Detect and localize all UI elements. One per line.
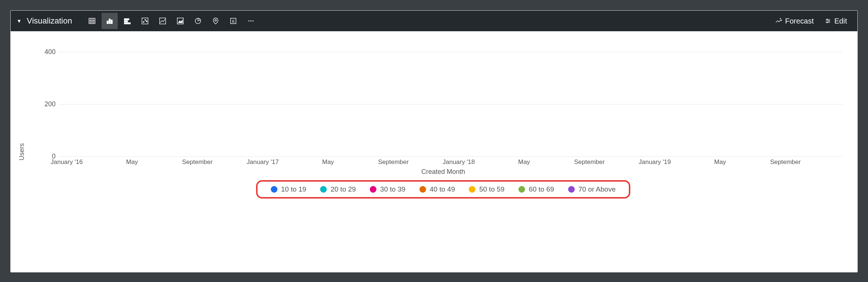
y-tick-label: 200 (39, 100, 56, 108)
x-axis: January '16MaySeptemberJanuary '17MaySep… (59, 156, 843, 167)
edit-label: Edit (835, 17, 847, 25)
x-tick-label: January '18 (443, 158, 475, 166)
edit-button[interactable]: Edit (820, 13, 851, 29)
legend-item[interactable]: 70 or Above (568, 185, 616, 193)
x-tick-label: September (378, 158, 409, 166)
bar-chart-icon[interactable] (119, 13, 135, 29)
legend-item[interactable]: 50 to 59 (469, 185, 504, 193)
legend-label: 60 to 69 (529, 185, 554, 193)
line-chart-icon[interactable] (155, 13, 171, 29)
chart-legend: 10 to 1920 to 2930 to 3940 to 4950 to 59… (256, 180, 630, 199)
legend-label: 70 or Above (578, 185, 616, 193)
legend-swatch (469, 186, 475, 193)
visualization-panel: ▼ Visualization (10, 10, 858, 272)
svg-text:6: 6 (232, 19, 234, 24)
svg-rect-8 (124, 19, 129, 20)
svg-point-18 (215, 19, 217, 21)
legend-swatch (370, 186, 376, 193)
svg-point-22 (251, 21, 252, 22)
legend-swatch (518, 186, 525, 193)
svg-rect-7 (111, 20, 113, 24)
svg-rect-10 (124, 23, 131, 24)
collapse-toggle-icon[interactable]: ▼ (17, 18, 22, 24)
x-tick-label: January '16 (51, 158, 83, 166)
map-chart-icon[interactable] (208, 13, 224, 29)
svg-point-25 (781, 20, 782, 21)
svg-point-13 (145, 19, 146, 21)
legend-label: 30 to 39 (380, 185, 405, 193)
svg-rect-31 (826, 22, 828, 23)
single-value-chart-icon[interactable]: 6 (225, 13, 241, 29)
legend-swatch (320, 186, 327, 193)
pie-chart-icon[interactable] (190, 13, 206, 29)
forecast-label: Forecast (785, 17, 814, 25)
y-axis-label: Users (18, 143, 26, 160)
x-tick-label: September (182, 158, 213, 166)
more-chart-types-icon[interactable] (243, 13, 259, 29)
svg-rect-30 (828, 20, 829, 21)
legend-item[interactable]: 40 to 49 (419, 185, 455, 193)
x-axis-label: Created Month (44, 168, 843, 176)
column-chart-icon[interactable] (102, 13, 118, 29)
x-tick-label: January '17 (247, 158, 279, 166)
svg-rect-6 (109, 19, 110, 24)
svg-rect-5 (107, 21, 109, 24)
legend-item[interactable]: 30 to 39 (370, 185, 405, 193)
legend-item[interactable]: 10 to 19 (271, 185, 307, 193)
svg-point-12 (143, 21, 144, 22)
svg-rect-29 (826, 19, 828, 20)
svg-point-21 (248, 21, 249, 22)
svg-rect-0 (89, 18, 95, 24)
x-tick-label: May (714, 158, 726, 166)
x-tick-label: May (322, 158, 334, 166)
legend-swatch (568, 186, 575, 193)
legend-label: 10 to 19 (281, 185, 307, 193)
x-tick-label: September (574, 158, 605, 166)
table-chart-icon[interactable] (84, 13, 100, 29)
x-tick-label: January '19 (639, 158, 671, 166)
forecast-button[interactable]: Forecast (770, 13, 818, 29)
x-tick-label: September (770, 158, 801, 166)
scatter-chart-icon[interactable] (137, 13, 153, 29)
legend-item[interactable]: 20 to 29 (320, 185, 356, 193)
legend-label: 50 to 59 (479, 185, 504, 193)
visualization-toolbar: ▼ Visualization (11, 11, 857, 31)
chart-plot[interactable]: 0200400 (59, 39, 843, 156)
svg-point-24 (780, 18, 781, 19)
x-tick-label: May (518, 158, 530, 166)
legend-label: 20 to 29 (330, 185, 356, 193)
svg-rect-9 (124, 21, 128, 22)
area-chart-icon[interactable] (172, 13, 188, 29)
chart-area: Users 0200400 January '16MaySeptemberJan… (11, 31, 857, 272)
x-tick-label: May (126, 158, 138, 166)
legend-swatch (419, 186, 426, 193)
legend-swatch (271, 186, 277, 193)
svg-point-14 (146, 21, 147, 22)
legend-item[interactable]: 60 to 69 (518, 185, 554, 193)
svg-point-23 (252, 21, 254, 22)
panel-title: Visualization (27, 16, 72, 26)
bars-container (59, 39, 843, 156)
y-tick-label: 400 (39, 48, 56, 56)
legend-label: 40 to 49 (430, 185, 455, 193)
